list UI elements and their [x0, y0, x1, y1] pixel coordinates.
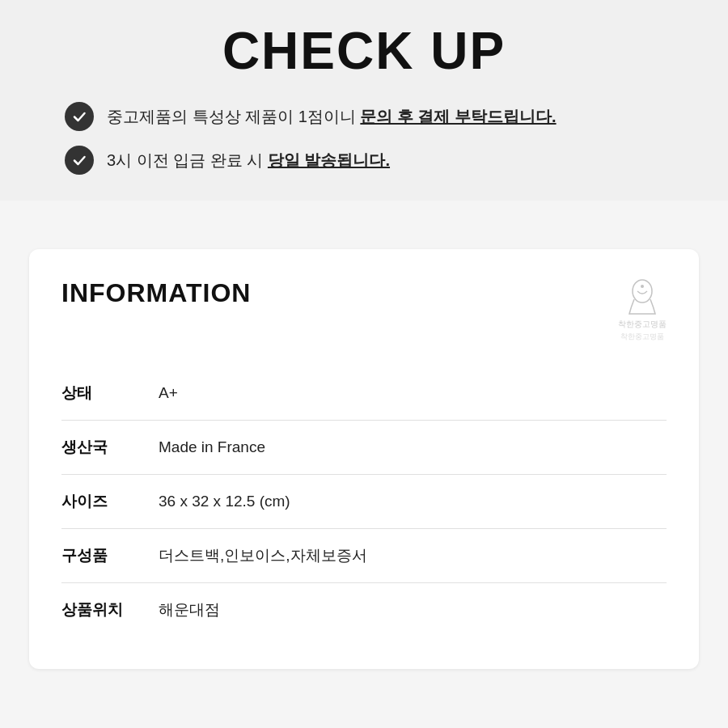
checkmark-icon-1: [65, 102, 94, 131]
checklist-item-1: 중고제품의 특성상 제품이 1점이니 문의 후 결제 부탁드립니다.: [65, 102, 663, 131]
svg-point-1: [641, 285, 644, 288]
table-row-condition: 상태 A+: [61, 366, 667, 421]
value-condition: A+: [159, 366, 667, 421]
info-title: INFORMATION: [61, 278, 251, 308]
label-condition: 상태: [61, 366, 159, 421]
table-row-contents: 구성품 더스트백,인보이스,자체보증서: [61, 529, 667, 583]
brand-sub-text: 착한중고명품: [620, 332, 664, 342]
table-row-size: 사이즈 36 x 32 x 12.5 (cm): [61, 475, 667, 529]
label-size: 사이즈: [61, 475, 159, 529]
spacer: [0, 201, 728, 249]
checklist-item-2: 3시 이전 입금 완료 시 당일 발송됩니다.: [65, 146, 663, 175]
brand-logo-text: 착한중고명품: [618, 319, 667, 330]
table-row-location: 상품위치 해운대점: [61, 583, 667, 637]
header-section: CHECK UP 중고제품의 특성상 제품이 1점이니 문의 후 결제 부탁드립…: [0, 0, 728, 201]
info-card: INFORMATION 착한중고명품 착한중고명품 상태 A+ 생산국 Made…: [29, 249, 699, 669]
checklist-highlight-1: 문의 후 결제 부탁드립니다.: [360, 108, 556, 125]
checklist-text-1: 중고제품의 특성상 제품이 1점이니 문의 후 결제 부탁드립니다.: [107, 104, 557, 129]
checklist: 중고제품의 특성상 제품이 1점이니 문의 후 결제 부탁드립니다. 3시 이전…: [65, 102, 663, 175]
label-origin: 생산국: [61, 421, 159, 475]
page-title: CHECK UP: [32, 23, 696, 79]
label-contents: 구성품: [61, 529, 159, 583]
label-location: 상품위치: [61, 583, 159, 637]
checkmark-icon-2: [65, 146, 94, 175]
brand-logo: 착한중고명품 착한중고명품: [618, 278, 667, 342]
brand-logo-icon: [623, 278, 662, 317]
table-row-origin: 생산국 Made in France: [61, 421, 667, 475]
checklist-text-2: 3시 이전 입금 완료 시 당일 발송됩니다.: [107, 148, 390, 172]
value-size: 36 x 32 x 12.5 (cm): [159, 475, 667, 529]
value-contents: 더스트백,인보이스,자체보증서: [159, 529, 667, 583]
checklist-highlight-2: 당일 발송됩니다.: [268, 151, 390, 169]
svg-point-0: [633, 280, 652, 303]
info-table: 상태 A+ 생산국 Made in France 사이즈 36 x 32 x 1…: [61, 366, 667, 637]
value-location: 해운대점: [159, 583, 667, 637]
info-header: INFORMATION 착한중고명품 착한중고명품: [61, 278, 667, 342]
value-origin: Made in France: [159, 421, 667, 475]
